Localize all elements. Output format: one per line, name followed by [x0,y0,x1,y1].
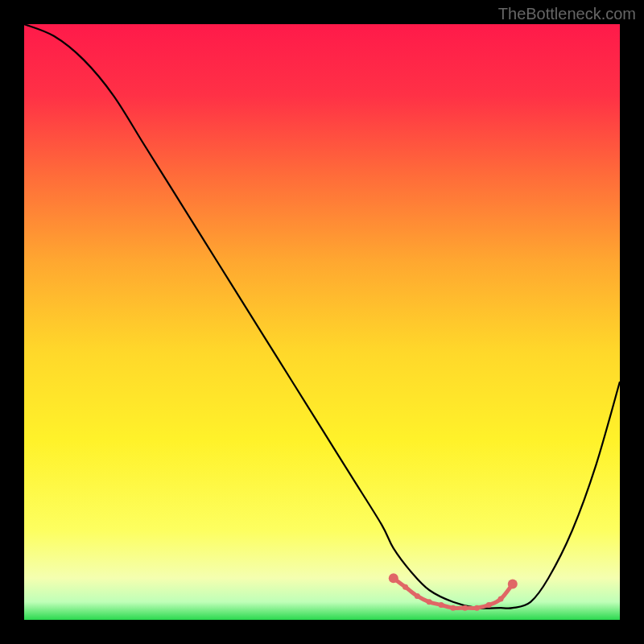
svg-point-6 [439,602,444,608]
plot-area [24,24,620,620]
svg-point-4 [415,593,420,599]
watermark: TheBottleneck.com [498,5,636,23]
svg-point-10 [486,602,492,608]
svg-point-2 [508,580,518,589]
svg-point-9 [474,605,480,611]
svg-point-11 [498,597,504,602]
chart-svg [24,24,620,620]
optimal-range-markers [389,573,518,611]
svg-point-5 [427,599,432,605]
svg-point-3 [402,584,408,590]
svg-point-8 [462,605,468,611]
bottleneck-curve [24,24,620,609]
svg-point-1 [389,573,398,583]
svg-point-7 [450,605,456,611]
